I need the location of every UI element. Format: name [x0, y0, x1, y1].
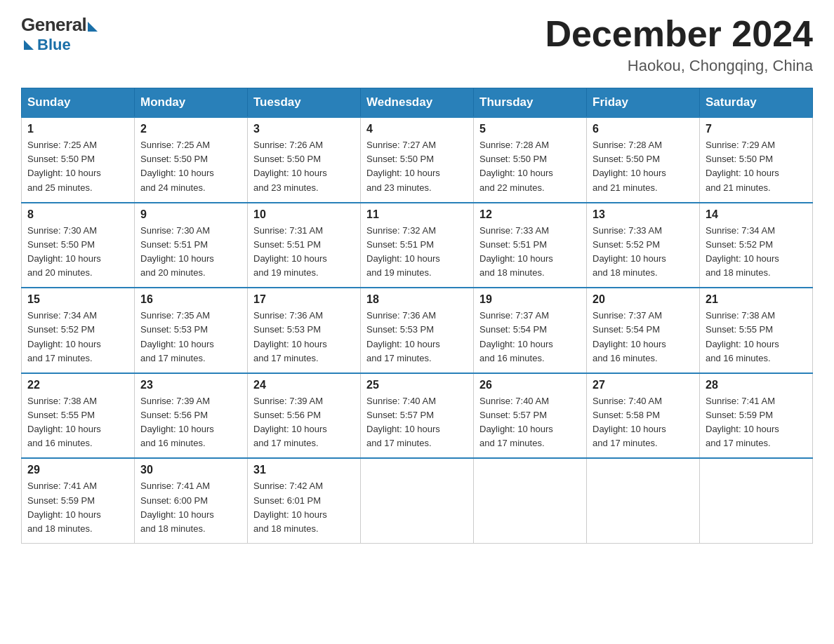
day-info: Sunrise: 7:34 AMSunset: 5:52 PMDaylight:…	[706, 225, 779, 278]
day-info: Sunrise: 7:40 AMSunset: 5:57 PMDaylight:…	[366, 396, 440, 448]
calendar-cell: 12 Sunrise: 7:33 AMSunset: 5:51 PMDaylig…	[474, 203, 587, 288]
day-number: 6	[593, 123, 694, 135]
day-info: Sunrise: 7:25 AMSunset: 5:50 PMDaylight:…	[140, 140, 214, 192]
day-info: Sunrise: 7:38 AMSunset: 5:55 PMDaylight:…	[706, 310, 779, 363]
day-info: Sunrise: 7:33 AMSunset: 5:51 PMDaylight:…	[479, 225, 553, 278]
month-title: December 2024	[545, 14, 813, 54]
day-info: Sunrise: 7:31 AMSunset: 5:51 PMDaylight:…	[253, 225, 327, 278]
day-number: 3	[253, 123, 355, 135]
day-info: Sunrise: 7:25 AMSunset: 5:50 PMDaylight:…	[27, 140, 101, 192]
day-number: 31	[253, 464, 355, 476]
calendar-cell: 16 Sunrise: 7:35 AMSunset: 5:53 PMDaylig…	[135, 288, 248, 373]
day-number: 27	[593, 379, 694, 391]
calendar-cell: 18 Sunrise: 7:36 AMSunset: 5:53 PMDaylig…	[361, 288, 474, 373]
header-sunday: Sunday	[22, 88, 135, 118]
calendar-cell: 23 Sunrise: 7:39 AMSunset: 5:56 PMDaylig…	[135, 373, 248, 459]
calendar-table: SundayMondayTuesdayWednesdayThursdayFrid…	[21, 88, 813, 544]
header-wednesday: Wednesday	[361, 88, 474, 118]
calendar-cell: 26 Sunrise: 7:40 AMSunset: 5:57 PMDaylig…	[474, 373, 587, 459]
day-info: Sunrise: 7:38 AMSunset: 5:55 PMDaylight:…	[27, 396, 101, 448]
day-info: Sunrise: 7:32 AMSunset: 5:51 PMDaylight:…	[366, 225, 440, 278]
day-number: 9	[140, 208, 241, 221]
week-row-5: 29 Sunrise: 7:41 AMSunset: 5:59 PMDaylig…	[22, 458, 813, 543]
day-info: Sunrise: 7:30 AMSunset: 5:50 PMDaylight:…	[27, 225, 101, 278]
calendar-cell: 7 Sunrise: 7:29 AMSunset: 5:50 PMDayligh…	[700, 117, 813, 203]
day-number: 19	[479, 293, 581, 306]
logo: General Blue	[21, 14, 98, 54]
day-info: Sunrise: 7:41 AMSunset: 6:00 PMDaylight:…	[140, 481, 214, 533]
calendar-cell: 5 Sunrise: 7:28 AMSunset: 5:50 PMDayligh…	[474, 117, 587, 203]
calendar-cell: 15 Sunrise: 7:34 AMSunset: 5:52 PMDaylig…	[22, 288, 135, 373]
day-number: 14	[706, 208, 807, 221]
page-header: General Blue December 2024 Haokou, Chong…	[21, 14, 813, 75]
day-info: Sunrise: 7:39 AMSunset: 5:56 PMDaylight:…	[140, 396, 214, 448]
day-number: 10	[253, 208, 355, 221]
calendar-cell: 29 Sunrise: 7:41 AMSunset: 5:59 PMDaylig…	[22, 458, 135, 543]
calendar-body: 1 Sunrise: 7:25 AMSunset: 5:50 PMDayligh…	[22, 117, 813, 543]
calendar-cell: 4 Sunrise: 7:27 AMSunset: 5:50 PMDayligh…	[361, 117, 474, 203]
calendar-cell: 21 Sunrise: 7:38 AMSunset: 5:55 PMDaylig…	[700, 288, 813, 373]
day-info: Sunrise: 7:42 AMSunset: 6:01 PMDaylight:…	[253, 481, 327, 533]
logo-general-text: General	[21, 14, 86, 36]
day-number: 23	[140, 379, 241, 391]
logo-blue-text: Blue	[37, 36, 71, 54]
day-number: 7	[706, 123, 807, 135]
day-number: 12	[479, 208, 581, 221]
day-number: 16	[140, 293, 241, 306]
day-number: 21	[706, 293, 807, 306]
day-info: Sunrise: 7:30 AMSunset: 5:51 PMDaylight:…	[140, 225, 214, 278]
week-row-4: 22 Sunrise: 7:38 AMSunset: 5:55 PMDaylig…	[22, 373, 813, 459]
calendar-cell: 3 Sunrise: 7:26 AMSunset: 5:50 PMDayligh…	[248, 117, 361, 203]
day-number: 15	[27, 293, 128, 306]
day-info: Sunrise: 7:29 AMSunset: 5:50 PMDaylight:…	[706, 140, 779, 192]
day-number: 1	[27, 123, 128, 135]
logo-arrow2-icon	[24, 40, 34, 50]
logo-arrow-icon	[88, 22, 98, 32]
calendar-cell: 14 Sunrise: 7:34 AMSunset: 5:52 PMDaylig…	[700, 203, 813, 288]
calendar-cell: 31 Sunrise: 7:42 AMSunset: 6:01 PMDaylig…	[248, 458, 361, 543]
day-number: 8	[27, 208, 128, 221]
title-block: December 2024 Haokou, Chongqing, China	[545, 14, 813, 75]
calendar-cell: 27 Sunrise: 7:40 AMSunset: 5:58 PMDaylig…	[587, 373, 700, 459]
calendar-cell: 1 Sunrise: 7:25 AMSunset: 5:50 PMDayligh…	[22, 117, 135, 203]
calendar-cell: 9 Sunrise: 7:30 AMSunset: 5:51 PMDayligh…	[135, 203, 248, 288]
day-info: Sunrise: 7:37 AMSunset: 5:54 PMDaylight:…	[479, 310, 553, 363]
calendar-cell: 13 Sunrise: 7:33 AMSunset: 5:52 PMDaylig…	[587, 203, 700, 288]
day-number: 20	[593, 293, 694, 306]
day-info: Sunrise: 7:37 AMSunset: 5:54 PMDaylight:…	[593, 310, 666, 363]
day-number: 18	[366, 293, 468, 306]
calendar-cell: 28 Sunrise: 7:41 AMSunset: 5:59 PMDaylig…	[700, 373, 813, 459]
day-number: 28	[706, 379, 807, 391]
calendar-cell	[361, 458, 474, 543]
header-row: SundayMondayTuesdayWednesdayThursdayFrid…	[22, 88, 813, 118]
calendar-cell: 30 Sunrise: 7:41 AMSunset: 6:00 PMDaylig…	[135, 458, 248, 543]
day-number: 17	[253, 293, 355, 306]
header-friday: Friday	[587, 88, 700, 118]
calendar-cell: 17 Sunrise: 7:36 AMSunset: 5:53 PMDaylig…	[248, 288, 361, 373]
day-info: Sunrise: 7:39 AMSunset: 5:56 PMDaylight:…	[253, 396, 327, 448]
day-number: 2	[140, 123, 241, 135]
day-number: 26	[479, 379, 581, 391]
calendar-cell: 8 Sunrise: 7:30 AMSunset: 5:50 PMDayligh…	[22, 203, 135, 288]
calendar-cell	[474, 458, 587, 543]
week-row-3: 15 Sunrise: 7:34 AMSunset: 5:52 PMDaylig…	[22, 288, 813, 373]
calendar-cell: 22 Sunrise: 7:38 AMSunset: 5:55 PMDaylig…	[22, 373, 135, 459]
day-info: Sunrise: 7:35 AMSunset: 5:53 PMDaylight:…	[140, 310, 214, 363]
day-info: Sunrise: 7:28 AMSunset: 5:50 PMDaylight:…	[479, 140, 553, 192]
header-thursday: Thursday	[474, 88, 587, 118]
calendar-cell: 10 Sunrise: 7:31 AMSunset: 5:51 PMDaylig…	[248, 203, 361, 288]
calendar-cell	[700, 458, 813, 543]
header-monday: Monday	[135, 88, 248, 118]
day-number: 25	[366, 379, 468, 391]
week-row-2: 8 Sunrise: 7:30 AMSunset: 5:50 PMDayligh…	[22, 203, 813, 288]
day-info: Sunrise: 7:41 AMSunset: 5:59 PMDaylight:…	[27, 481, 101, 533]
header-saturday: Saturday	[700, 88, 813, 118]
day-info: Sunrise: 7:34 AMSunset: 5:52 PMDaylight:…	[27, 310, 101, 363]
calendar-cell	[587, 458, 700, 543]
day-number: 29	[27, 464, 128, 476]
day-number: 11	[366, 208, 468, 221]
day-info: Sunrise: 7:41 AMSunset: 5:59 PMDaylight:…	[706, 396, 779, 448]
location-text: Haokou, Chongqing, China	[545, 57, 813, 75]
day-number: 30	[140, 464, 241, 476]
day-number: 24	[253, 379, 355, 391]
